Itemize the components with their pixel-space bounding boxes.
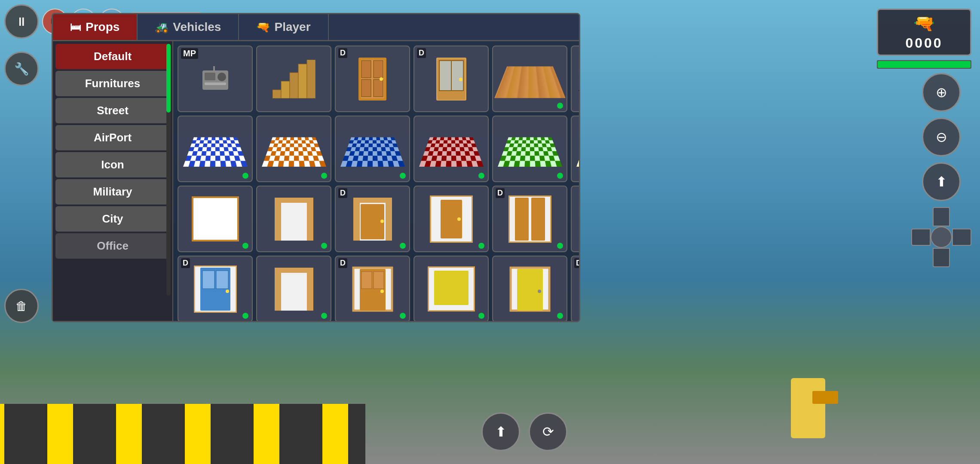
- sidebar-item-default[interactable]: Default: [55, 44, 170, 69]
- svg-rect-67: [434, 271, 469, 305]
- item-stairs: [257, 46, 331, 111]
- swap-button[interactable]: ⟳: [529, 412, 567, 451]
- cell-dot-wall-white: [242, 243, 248, 249]
- grid-cell-checker-blue-dk[interactable]: [335, 116, 410, 182]
- dpad-right[interactable]: [952, 229, 971, 246]
- grid-row-3: D: [178, 186, 575, 252]
- tab-vehicles[interactable]: 🚜 Vehicles: [138, 14, 239, 40]
- pause-button[interactable]: ⏸: [4, 4, 39, 39]
- tools-button[interactable]: 🔧: [4, 52, 39, 86]
- sidebar-item-icon[interactable]: Icon: [55, 152, 170, 177]
- svg-rect-13: [374, 61, 383, 78]
- cell-badge-d5: D: [181, 258, 190, 268]
- svg-rect-29: [353, 198, 392, 203]
- grid-cell-door-brown3[interactable]: D: [335, 256, 410, 321]
- main-panel: 🛏 Props 🚜 Vehicles 🔫 Player Default Furn…: [52, 13, 580, 322]
- svg-rect-38: [515, 198, 529, 241]
- svg-point-54: [226, 290, 229, 293]
- svg-point-71: [538, 290, 541, 293]
- trash-button[interactable]: 🗑: [4, 289, 39, 323]
- item-wood-floor: [493, 46, 567, 111]
- grid-cell-door-yellow2[interactable]: [492, 256, 567, 321]
- grid-cell-checker-green[interactable]: [492, 116, 567, 182]
- svg-rect-63: [374, 272, 384, 289]
- grid-cell-wall-door[interactable]: [413, 186, 489, 252]
- cell-dot-checker-green: [557, 173, 563, 179]
- grid-cell-checker-yellow[interactable]: [571, 116, 579, 182]
- svg-point-35: [457, 217, 461, 221]
- tab-bar: 🛏 Props 🚜 Vehicles 🔫 Player: [53, 14, 579, 41]
- right-buttons: ⊕ ⊖ ⬆: [911, 73, 971, 267]
- cell-dot-checker-blue-dk: [400, 173, 406, 179]
- grid-cell-door-blue-wall[interactable]: D: [178, 256, 253, 321]
- scroll-thumb: [166, 44, 171, 113]
- grid-cell-door-frame-open[interactable]: [256, 186, 331, 252]
- weapon-image: 🔫: [882, 13, 967, 34]
- game-object-crane: [791, 378, 825, 438]
- zoom-out-icon: ⊖: [936, 129, 947, 145]
- svg-rect-12: [361, 61, 371, 78]
- cell-dot-door-brown2: [400, 243, 406, 249]
- grid-cell-door-brown[interactable]: D: [335, 46, 410, 112]
- grid-cell-checker-bw[interactable]: [571, 46, 579, 112]
- vehicles-tab-label: Vehicles: [173, 20, 221, 34]
- svg-rect-3: [205, 82, 226, 85]
- cell-badge-d1: D: [338, 48, 347, 58]
- grid-cell-wall-yellow[interactable]: [413, 256, 489, 321]
- cell-dot-frame-open: [321, 243, 327, 249]
- sidebar-item-street-label: Street: [97, 104, 129, 117]
- item-door-frame-open: [257, 186, 331, 251]
- sidebar-item-airport[interactable]: AirPort: [55, 125, 170, 150]
- sidebar-item-street[interactable]: Street: [55, 98, 170, 123]
- svg-point-21: [459, 78, 462, 81]
- cell-dot-door-yellow2: [557, 313, 563, 319]
- weapon-box: 🔫 0000: [877, 9, 971, 56]
- item-checker-orange: [257, 116, 331, 181]
- sidebar-item-airport-label: AirPort: [94, 131, 132, 144]
- item-checker-blue-dk: [336, 116, 409, 181]
- dpad-left[interactable]: [911, 229, 931, 246]
- dpad-up[interactable]: [933, 207, 950, 226]
- upload-button[interactable]: ⬆: [922, 162, 961, 201]
- sidebar-item-default-label: Default: [94, 50, 132, 63]
- zoom-in-icon: ⊕: [936, 84, 947, 101]
- grid-cell-radio[interactable]: MP: [178, 46, 253, 112]
- sidebar-item-military[interactable]: Military: [55, 179, 170, 205]
- sidebar-item-furnitures[interactable]: Furnitures: [55, 71, 170, 96]
- grid-cell-door-slim[interactable]: D: [492, 186, 567, 252]
- grid-cell-checker-orange[interactable]: [256, 116, 331, 182]
- dpad-down[interactable]: [933, 248, 950, 267]
- svg-rect-39: [531, 198, 545, 241]
- tab-props[interactable]: 🛏 Props: [53, 14, 138, 40]
- grid-cell-wall-white[interactable]: [178, 186, 253, 252]
- svg-rect-7: [290, 73, 298, 98]
- sidebar-item-city[interactable]: City: [55, 206, 170, 232]
- trash-icon: 🗑: [15, 299, 28, 313]
- grid-cell-checker-red-dk[interactable]: [413, 116, 489, 182]
- player-tab-icon: 🔫: [256, 21, 270, 34]
- up-arrow-button[interactable]: ⬆: [481, 412, 520, 451]
- item-checker-yellow: [572, 116, 579, 181]
- tab-player[interactable]: 🔫 Player: [239, 14, 328, 40]
- svg-rect-52: [202, 271, 214, 289]
- grid-cell-door-yellow-frame[interactable]: D: [571, 256, 579, 321]
- cell-dot-door-slim: [557, 243, 563, 249]
- grid-cell-door-brown2[interactable]: D: [335, 186, 410, 252]
- svg-point-64: [380, 290, 384, 293]
- grid-cell-wall-blue-window[interactable]: [571, 186, 579, 252]
- svg-rect-15: [374, 79, 383, 97]
- right-controls: 🔫 0000 ⊕ ⊖ ⬆: [877, 9, 971, 267]
- sidebar-item-icon-label: Icon: [101, 158, 124, 171]
- grid-row-4: D: [178, 256, 575, 321]
- zoom-out-button[interactable]: ⊖: [922, 118, 961, 156]
- grid-cell-checker-blue-white[interactable]: [178, 116, 253, 182]
- grid-cell-door-frame-open2[interactable]: [256, 256, 331, 321]
- grid-cell-wood-floor[interactable]: [492, 46, 567, 112]
- up-arrow-icon: ⬆: [495, 424, 507, 440]
- grid-cell-stairs[interactable]: [256, 46, 331, 112]
- scroll-bar[interactable]: [166, 44, 171, 296]
- sidebar-item-office[interactable]: Office: [55, 233, 170, 259]
- grid-cell-door-glass[interactable]: D: [413, 46, 489, 112]
- zoom-in-button[interactable]: ⊕: [922, 73, 961, 112]
- svg-rect-57: [307, 268, 313, 311]
